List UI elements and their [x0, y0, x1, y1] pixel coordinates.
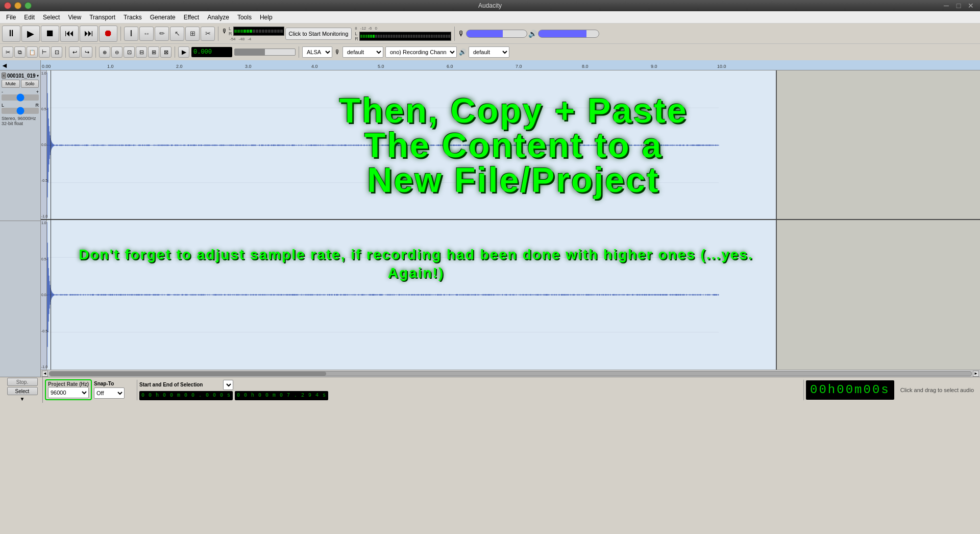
minimize-button[interactable]	[14, 2, 21, 9]
play-at-speed-btn[interactable]: ▶	[178, 46, 189, 58]
input-device-select[interactable]: default	[342, 46, 383, 58]
titlebar: Audacity ─ □ ✕	[0, 0, 980, 11]
zoom-sel-button[interactable]: ⊞	[148, 46, 159, 58]
toolbar-separator-3	[454, 27, 455, 41]
selection-format-select[interactable]: ▾	[223, 380, 233, 390]
envelope-tool-button[interactable]: ↔	[139, 27, 154, 41]
win-minimize-btn[interactable]: ─	[941, 2, 951, 10]
output-device-select[interactable]: default	[469, 46, 509, 58]
status-separator-1	[137, 380, 137, 400]
waveform-lower-track[interactable]: 1.0 0.5- 0.0- -0.5- -1.0 Don't forget to…	[41, 220, 980, 370]
track-info-bitdepth: 32-bit float	[2, 121, 39, 126]
mic-icon-3: 🎙	[334, 48, 340, 56]
play-button[interactable]: ▶	[21, 26, 40, 42]
mic-icon: 🎙	[222, 28, 228, 35]
menu-effect[interactable]: Effect	[180, 13, 203, 22]
snap-to-select[interactable]: Off On	[94, 387, 125, 399]
track-mute-solo: Mute Solo	[2, 80, 39, 88]
menu-edit[interactable]: Edit	[20, 13, 39, 22]
input-vu-meter[interactable]	[233, 27, 284, 36]
fit-vertically-button[interactable]: ⊟	[136, 46, 147, 58]
output-gain-slider[interactable]	[538, 30, 599, 38]
selection-tool-button[interactable]: I	[124, 27, 138, 41]
select-button[interactable]: Select	[7, 387, 38, 395]
output-vu-meter[interactable]	[359, 32, 451, 41]
monitor-button[interactable]: Click to Start Monitoring	[285, 28, 352, 40]
silence-button[interactable]: ⊡	[51, 46, 62, 58]
scrollbar-track[interactable]	[49, 371, 972, 376]
project-rate-label: Project Rate (Hz)	[48, 381, 89, 387]
redo-button[interactable]: ↪	[81, 46, 92, 58]
bottom-left-controls: Stop. Select ▼	[2, 377, 43, 403]
multi-tool-button[interactable]: ✂	[201, 27, 215, 41]
win-restore-btn[interactable]: □	[953, 2, 964, 10]
hscrollbar[interactable]: ◄ ►	[41, 370, 980, 377]
solo-button[interactable]: Solo	[21, 80, 39, 88]
speaker-icon: 🔊	[528, 30, 537, 38]
undo-button[interactable]: ↩	[69, 46, 80, 58]
pan-slider[interactable]	[2, 108, 39, 114]
window-actions[interactable]: ─ □ ✕	[941, 2, 976, 10]
menu-help[interactable]: Help	[256, 13, 277, 22]
scroll-left-btn[interactable]: ◄	[42, 371, 48, 377]
fit-project-button[interactable]: ⊡	[124, 46, 135, 58]
recording-channel-select[interactable]: ono) Recording Channel	[385, 46, 457, 58]
menu-view[interactable]: View	[64, 13, 85, 22]
ruler-mark-1: 1.0	[107, 64, 114, 69]
track-close-button[interactable]: ✕	[2, 72, 6, 79]
track-dropdown[interactable]: ▾	[37, 74, 39, 78]
mute-button[interactable]: Mute	[2, 80, 20, 88]
timeshift-tool-button[interactable]: ⊞	[185, 27, 200, 41]
toolbar-row1: ⏸ ▶ ⏹ ⏮ ⏭ ⏺ I ↔ ✏ ↖ ⊞ ✂ 🎙 LR	[0, 23, 980, 44]
close-button[interactable]	[4, 2, 11, 9]
volume-slider[interactable]	[2, 94, 39, 101]
waveform-upper-track[interactable]: 1.0 0.5- 0.0- -0.5- -1.0 Then, Copy + Pa…	[41, 70, 980, 220]
tracks-container[interactable]: 1.0 0.5- 0.0- -0.5- -1.0 Then, Copy + Pa…	[41, 70, 980, 370]
input-gain-slider[interactable]	[466, 30, 527, 38]
zoom-in-button[interactable]: ⊕	[99, 46, 110, 58]
copy-button[interactable]: ⧉	[14, 46, 26, 58]
audio-host-select[interactable]: ALSA	[302, 46, 332, 58]
toolbar-separator-7	[299, 46, 299, 58]
sel-end-display: 0 0 h 0 0 m 0 7 . 2 9 4 s	[235, 391, 328, 400]
skip-back-button[interactable]: ⏮	[60, 26, 79, 42]
win-close-btn[interactable]: ✕	[966, 2, 976, 10]
menu-tools[interactable]: Tools	[233, 13, 256, 22]
play-speed-slider[interactable]	[234, 48, 296, 56]
zoom-normal-button[interactable]: ⊠	[160, 46, 172, 58]
ruler-mark-6: 6.0	[447, 64, 453, 69]
menu-tracks[interactable]: Tracks	[119, 13, 146, 22]
menu-analyze[interactable]: Analyze	[203, 13, 233, 22]
skip-to-zero-btn[interactable]: ◄	[1, 61, 8, 69]
ruler-mark-3: 3.0	[245, 64, 252, 69]
menu-file[interactable]: File	[2, 13, 20, 22]
cut-button[interactable]: ✂	[2, 46, 13, 58]
track-upper-info: ✕ 000101_019 ▾ Mute Solo - + L R	[0, 70, 40, 221]
snap-to-label: Snap-To	[94, 381, 135, 386]
window-controls[interactable]	[4, 2, 32, 9]
project-rate-select[interactable]: 96000	[48, 387, 89, 398]
arrow-down-icon[interactable]: ▼	[20, 396, 25, 402]
pause-button[interactable]: ⏸	[2, 26, 20, 42]
track-volume: - +	[2, 89, 39, 102]
menu-transport[interactable]: Transport	[85, 13, 119, 22]
stop-button[interactable]: ⏹	[41, 26, 59, 42]
trim-button[interactable]: ⊢	[39, 46, 50, 58]
toolbar-separator-6	[175, 46, 175, 58]
ruler-mark-7: 7.0	[516, 64, 522, 69]
skip-forward-button[interactable]: ⏭	[80, 26, 98, 42]
maximize-button[interactable]	[24, 2, 32, 9]
output-lr-label: LR	[355, 31, 358, 41]
scroll-right-btn[interactable]: ►	[973, 371, 979, 377]
stop-label: Stop.	[7, 378, 38, 386]
draw-tool-button[interactable]: ✏	[155, 27, 169, 41]
track-lower-info	[0, 221, 40, 372]
snap-to-row: Off On	[94, 387, 135, 399]
zoom-tool-button[interactable]: ↖	[170, 27, 184, 41]
paste-button[interactable]: 📋	[27, 46, 38, 58]
zoom-out-button[interactable]: ⊖	[111, 46, 122, 58]
scrollbar-thumb[interactable]	[50, 372, 326, 376]
menu-select[interactable]: Select	[39, 13, 64, 22]
record-button[interactable]: ⏺	[99, 26, 117, 42]
menu-generate[interactable]: Generate	[146, 13, 180, 22]
